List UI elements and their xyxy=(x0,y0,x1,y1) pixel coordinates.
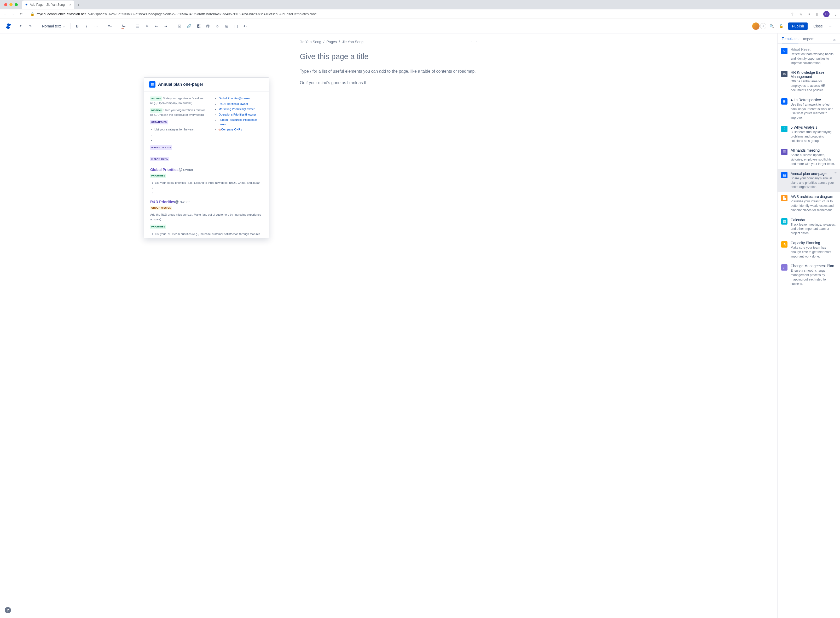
sidebar-tabs: Templates Import × xyxy=(778,33,840,43)
publish-button[interactable]: Publish xyxy=(788,22,807,30)
emoji-button[interactable]: ☺ xyxy=(213,22,222,30)
link-global[interactable]: Global Priorities xyxy=(218,97,239,100)
search-button[interactable]: 🔍 xyxy=(767,22,776,30)
preview-title: Annual plan one-pager xyxy=(158,82,203,87)
url-field[interactable]: 🔒 mycloudconfluence.atlassian.net/wiki/s… xyxy=(27,11,787,17)
main-layout: Jie Yan Song / Pages / Jie Yan Song ← → … xyxy=(0,33,840,618)
close-window-icon[interactable] xyxy=(4,3,7,6)
bookmark-icon[interactable]: ☆ xyxy=(798,12,803,16)
numbered-list-button[interactable]: ≝ xyxy=(143,22,151,30)
restrictions-button[interactable]: 🔓 xyxy=(777,22,785,30)
link-marketing[interactable]: Marketing Priorities xyxy=(218,107,243,111)
menu-icon[interactable]: ⋮ xyxy=(833,12,838,16)
tab-title: Add Page - Jie Yan Song xyxy=(30,3,65,6)
template-item[interactable]: ⚗Capacity PlanningMake sure your team ha… xyxy=(778,238,840,261)
template-item-desc: Reflect on team working habits and ident… xyxy=(791,52,836,65)
bold-button[interactable]: B xyxy=(73,22,81,30)
close-sidebar-icon[interactable]: × xyxy=(833,37,836,43)
help-button[interactable]: ? xyxy=(5,607,11,613)
group-mission-tag: GROUP MISSION xyxy=(150,206,172,210)
reload-button[interactable]: ⟳ xyxy=(19,12,24,16)
browser-tab[interactable]: ✦ Add Page - Jie Yan Song × xyxy=(22,0,74,9)
separator xyxy=(103,23,103,29)
link-button[interactable]: 🔗 xyxy=(185,22,193,30)
forward-button[interactable]: → xyxy=(10,12,16,16)
indent-button[interactable]: ⇥ xyxy=(162,22,170,30)
share-icon[interactable]: ⇧ xyxy=(790,12,795,16)
page-title-input[interactable]: Give this page a title xyxy=(300,52,478,61)
maximize-window-icon[interactable] xyxy=(15,3,18,6)
table-button[interactable]: ⊞ xyxy=(222,22,231,30)
template-item[interactable]: ☰All hands meetingShare business updates… xyxy=(778,146,840,169)
chevron-down-icon: ⌄ xyxy=(62,24,65,28)
tab-close-icon[interactable]: × xyxy=(69,3,71,6)
template-preview-popover: ▦ Annual plan one-pager VALUES State you… xyxy=(144,77,269,238)
align-button[interactable]: ≡ ⌄ xyxy=(106,22,114,30)
separator xyxy=(130,23,131,29)
global-priorities-list: List your global priorities (e.g., Expan… xyxy=(150,180,262,196)
minimize-window-icon[interactable] xyxy=(9,3,13,6)
new-tab-button[interactable]: + xyxy=(76,1,80,8)
rd-priorities-list: List your R&D team priorities (e.g., Inc… xyxy=(150,232,262,238)
star-icon[interactable]: ☆ xyxy=(834,171,837,175)
priority-links: Global Priorities@ owner R&D Priorities@… xyxy=(214,96,262,132)
separator xyxy=(173,23,173,29)
confluence-logo-icon[interactable] xyxy=(5,23,12,29)
action-item-button[interactable]: ☑ xyxy=(176,22,184,30)
image-button[interactable]: 🖼 xyxy=(194,22,203,30)
bullet-list-button[interactable]: ☰ xyxy=(133,22,142,30)
rd-mission-text: Add the R&D group mission (e.g., Make fa… xyxy=(150,212,262,222)
link-operations[interactable]: Operations Priorities xyxy=(218,113,244,116)
user-avatar[interactable] xyxy=(752,22,760,30)
goal-tag: 3-YEAR GOAL xyxy=(150,157,169,161)
template-item[interactable]: ▦Annual plan one-pagerShare your company… xyxy=(778,169,840,192)
template-item[interactable]: ⇄Change Management PlanEnsure a smooth c… xyxy=(778,261,840,288)
template-item-desc: Use this framework to reflect back on yo… xyxy=(791,103,836,120)
expand-width-icon[interactable]: ← → xyxy=(470,40,477,44)
insert-button[interactable]: + ⌄ xyxy=(241,22,250,30)
breadcrumb-item[interactable]: Pages xyxy=(326,40,337,44)
text-style-dropdown[interactable]: Normal text ⌄ xyxy=(40,22,68,30)
template-item-desc: Share business updates, victories, emplo… xyxy=(791,153,836,166)
mention-button[interactable]: @ xyxy=(204,22,212,30)
template-item[interactable]: ?5 Whys AnalysisBuild team trust by iden… xyxy=(778,123,840,146)
confluence-tab-icon: ✦ xyxy=(25,3,28,6)
sidepanel-icon[interactable]: ◫ xyxy=(815,12,820,16)
tab-import[interactable]: Import xyxy=(803,37,813,43)
italic-button[interactable]: I xyxy=(83,22,91,30)
list-item: List your R&D team priorities (e.g., Inc… xyxy=(155,232,262,238)
template-item-title: All hands meeting xyxy=(791,148,836,152)
breadcrumb-item[interactable]: Jie Yan Song xyxy=(342,40,363,44)
template-item[interactable]: ⊞4 Ls RetrospectiveUse this framework to… xyxy=(778,95,840,123)
undo-button[interactable]: ↶ xyxy=(17,22,25,30)
back-button[interactable]: ← xyxy=(2,12,7,16)
text-color-button[interactable]: A ⌄ xyxy=(120,22,128,30)
editor-content[interactable]: Jie Yan Song / Pages / Jie Yan Song ← → … xyxy=(300,33,478,98)
template-item-title: HR Knowledge Base Management xyxy=(791,70,836,79)
extensions-icon[interactable]: ✦ xyxy=(807,12,812,16)
layouts-button[interactable]: ◫ xyxy=(232,22,240,30)
template-item[interactable]: ⌘HR Knowledge Base ManagementOffer a cen… xyxy=(778,68,840,95)
template-item-title: 5 Whys Analysis xyxy=(791,125,836,129)
redo-button[interactable]: ↷ xyxy=(26,22,34,30)
window-controls xyxy=(2,3,20,6)
tab-templates[interactable]: Templates xyxy=(782,37,799,43)
link-okr[interactable]: Company OKRs xyxy=(221,128,241,131)
template-item-icon: ☰ xyxy=(781,149,788,155)
link-rd[interactable]: R&D Priorities xyxy=(218,102,237,105)
template-list[interactable]: ↻Ritual ResetReflect on team working hab… xyxy=(778,44,840,618)
close-button[interactable]: Close xyxy=(811,22,825,30)
profile-avatar[interactable]: H xyxy=(823,11,830,17)
template-item-desc: Build team trust by identifying problems… xyxy=(791,130,836,143)
more-formatting-button[interactable]: ⋯ xyxy=(92,22,100,30)
bullet-item: List your strategies for the year. xyxy=(154,127,208,132)
template-item-title: AWS architecture diagram xyxy=(791,195,836,199)
template-item[interactable]: ▙AWS architecture diagramVisualize your … xyxy=(778,192,840,215)
template-item[interactable]: ▦CalendarTrack leave, meetings, releases… xyxy=(778,215,840,238)
outdent-button[interactable]: ⇤ xyxy=(152,22,161,30)
link-hr[interactable]: Human Resources Priorities xyxy=(218,118,254,121)
add-user-button[interactable]: + xyxy=(760,23,766,29)
more-actions-button[interactable]: ⋯ xyxy=(827,22,835,30)
breadcrumb-item[interactable]: Jie Yan Song xyxy=(300,40,321,44)
template-item[interactable]: ↻Ritual ResetReflect on team working hab… xyxy=(778,45,840,68)
